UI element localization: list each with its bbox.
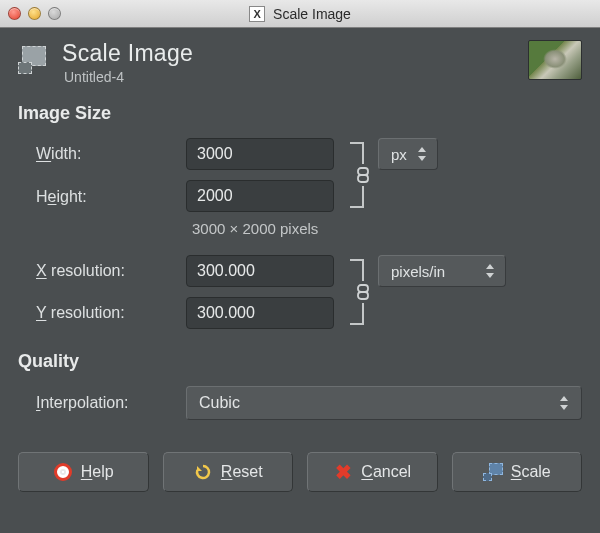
titlebar: X Scale Image [0, 0, 600, 28]
button-bar: Help Reset ✖ Cancel Scale [0, 452, 600, 510]
interpolation-label: Interpolation: [36, 394, 186, 412]
yres-label: Y resolution: [36, 304, 186, 322]
dialog-subtitle: Untitled-4 [64, 69, 528, 85]
scale-dialog-icon [18, 46, 52, 76]
dialog-header: Scale Image Untitled-4 [0, 28, 600, 95]
minimize-window-button[interactable] [28, 7, 41, 20]
cancel-button[interactable]: ✖ Cancel [307, 452, 438, 492]
res-chain-toggle[interactable] [354, 282, 372, 302]
height-input[interactable] [186, 180, 334, 212]
width-input[interactable] [186, 138, 334, 170]
res-chain [346, 255, 378, 329]
window-title: Scale Image [273, 6, 351, 22]
zoom-window-button[interactable] [48, 7, 61, 20]
help-icon [53, 462, 73, 482]
yres-input[interactable] [186, 297, 334, 329]
res-unit-select[interactable]: pixels/in [378, 255, 506, 287]
quality-heading: Quality [18, 351, 582, 372]
reset-icon [193, 462, 213, 482]
chevron-updown-icon [559, 396, 569, 410]
cancel-icon: ✖ [333, 462, 353, 482]
width-label: Width: [36, 145, 186, 163]
dialog-title: Scale Image [62, 40, 528, 67]
dimensions-readout: 3000 × 2000 pixels [186, 220, 496, 237]
size-unit-select[interactable]: px [378, 138, 438, 170]
window-controls [8, 7, 61, 20]
res-unit-label: pixels/in [391, 263, 445, 280]
yres-field[interactable] [187, 298, 334, 328]
interpolation-select[interactable]: Cubic [186, 386, 582, 420]
size-chain-toggle[interactable] [354, 165, 372, 185]
interpolation-value: Cubic [199, 394, 240, 412]
image-size-heading: Image Size [18, 103, 582, 124]
height-label: Height: [36, 188, 186, 206]
reset-button[interactable]: Reset [163, 452, 294, 492]
xres-label: X resolution: [36, 262, 186, 280]
size-unit-label: px [391, 146, 407, 163]
help-button[interactable]: Help [18, 452, 149, 492]
width-field[interactable] [187, 139, 334, 169]
image-thumbnail [528, 40, 582, 80]
close-window-button[interactable] [8, 7, 21, 20]
xres-input[interactable] [186, 255, 334, 287]
chevron-updown-icon [417, 147, 427, 161]
scale-button[interactable]: Scale [452, 452, 583, 492]
height-field[interactable] [187, 181, 334, 211]
xres-field[interactable] [187, 256, 334, 286]
size-chain [346, 138, 378, 212]
scale-icon [483, 462, 503, 482]
chevron-updown-icon [485, 264, 495, 278]
app-icon: X [249, 6, 265, 22]
